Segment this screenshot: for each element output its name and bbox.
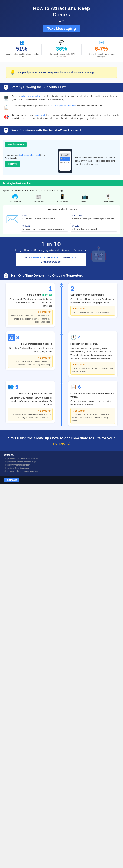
stat-number-36: 36% — [43, 45, 80, 52]
timeline-dot-2 — [60, 333, 63, 335]
sources-list: 1. https://www.nonprofitmarketingguide.c… — [3, 457, 120, 473]
sub-item-2: 📋 When hosting fundraising events, locat… — [3, 104, 120, 111]
step5-bonus-header: ★ BONUS TIP — [10, 409, 51, 413]
step6-bonus-header: ★ BONUS TIP — [72, 409, 113, 413]
robot-illustration: 🤖 — [90, 246, 107, 262]
quality-label-solution: SOLUTION — [72, 215, 116, 217]
v-timeline: 1 Send a simple Thank You Send a simple … — [3, 283, 120, 426]
step3-title: Let your subscribers meet you. — [8, 342, 52, 346]
step2-desc: Solicit donors without spamming. Send no… — [71, 298, 115, 304]
how-it-works-box: How it works? Donors send a text-to-give… — [3, 140, 120, 175]
step1-card: 1 Send a simple Thank You Send a simple … — [6, 283, 55, 327]
quality-text-value: of the charitable gift, qualified — [72, 228, 116, 230]
step4-bonus: ★ BONUS TIP The reminders should be sent… — [71, 362, 115, 375]
stat-36: 💬 36% is the click-through rate for SMS … — [42, 40, 81, 58]
sub-item-3: 🎯 Tie your campaign to a major event. Pu… — [3, 114, 120, 121]
cta-example: Text BREAKFAST to 45678 to donate $5 to … — [16, 253, 86, 266]
section2-title: Drive Donations with the Text-to-Give Ap… — [10, 128, 82, 132]
stat-desc-36: is the click-through rate for SMS messag… — [43, 53, 80, 58]
step2-card: 2 Solicit donors without spamming. Solic… — [68, 283, 117, 318]
step1-bonus-header: ★ BONUS TIP — [10, 311, 51, 314]
how-it-works-section: How it works? Donors send a text-to-give… — [0, 135, 123, 180]
message-contain-title: The message should contain: — [6, 208, 117, 211]
nonprofit-highlight: nonprofit! — [53, 441, 70, 445]
newsletter-icon: 📰 — [33, 194, 44, 200]
quality-text-visual: to support your message and drive engage… — [23, 228, 67, 230]
step4-card: 🕐 4 Respect your donors' time. Has the l… — [68, 332, 117, 377]
clock-icon: 🕐 — [71, 334, 77, 341]
section3-number: 3 — [3, 273, 8, 278]
how-step-2: They receive a link where they can make … — [75, 156, 118, 166]
timeline-row-3: 👥 5 Keep your supporters in the loop. Se… — [6, 381, 117, 426]
step1-bonus-text: Inside the Thank You text, include a lin… — [10, 314, 51, 323]
step1-num: 1 — [8, 285, 52, 292]
header-pretitle: How to Attract and Keep — [33, 6, 90, 11]
step5-desc: Send them SMS notifications with a link … — [8, 396, 52, 406]
sign-icon: 🪧 — [102, 194, 114, 200]
quality-visual: VISUAL to support your message and drive… — [21, 223, 68, 231]
widget-icon: 🖥️ — [3, 95, 10, 102]
stat-desc-51: of people visit nonprofit's site on a mo… — [3, 53, 40, 58]
section3-header: 3 Turn One-Time Donors Into Ongoing Supp… — [0, 271, 123, 280]
bulb-icon: 💡 — [9, 70, 16, 75]
step5-bonus: ★ BONUS TIP In the first text to a new d… — [8, 408, 52, 421]
channel-label-social: Social Media — [56, 200, 68, 203]
message-grid: ✉️ NEED should be short, clear and quant… — [6, 213, 117, 231]
quality-label-need: NEED — [23, 215, 67, 217]
donate-btn: DONATE — [5, 161, 20, 167]
source-4: 4. https://www.4agoodnature.org — [3, 467, 120, 470]
step1-left: 1 Send a simple Thank You Send a simple … — [6, 283, 58, 327]
step2-num: 2 — [71, 285, 115, 292]
message-qualities: NEED should be short, clear and quantita… — [21, 213, 117, 231]
step3-bonus-header: ★ BONUS TIP — [10, 356, 51, 360]
footer: TextMagic — [0, 476, 123, 484]
step2-right: 2 Solicit donors without spamming. Solic… — [65, 283, 117, 327]
step3-num: 3 — [16, 335, 19, 340]
website-icon: 🌐 — [9, 194, 21, 200]
sources-title: SOURCES: — [3, 454, 120, 456]
sub-item-1: 🖥️ Put up a widget on your website that … — [3, 95, 120, 102]
channel-label-website: Your Website — [9, 200, 21, 203]
arrow-icon: → — [51, 158, 55, 163]
quality-need: NEED should be short, clear and quantita… — [21, 213, 68, 221]
sources-section: SOURCES: 1. https://www.nonprofitmarketi… — [0, 451, 123, 476]
how-it-works-title: How it works? — [5, 142, 27, 147]
envelope-icon: ✉️ — [6, 213, 19, 225]
spacer-1 — [6, 329, 117, 332]
channel-label-newsletters: Newsletters — [33, 200, 44, 203]
phone-mockup: Hi! Here's your donation link 💳 Card Pay… — [58, 149, 72, 173]
people-icon: 👥 — [3, 40, 40, 45]
step4-bonus-text: The reminders should be sent at least 24… — [72, 367, 113, 373]
quality-label-value: VALUE — [72, 225, 116, 227]
step56-center — [58, 381, 65, 426]
channel-newsletters: 📰 Newsletters — [33, 194, 44, 203]
step4-bonus-header: ★ BONUS TIP — [72, 363, 113, 366]
step5-bonus-text: In the first text to a new donor, send a… — [10, 413, 51, 419]
step3-bonus-text: Incorporate a special offer into the tex… — [10, 360, 51, 366]
textmagic-logo[interactable]: TextMagic — [3, 478, 19, 482]
target-icon: 🎯 — [3, 114, 10, 121]
channel-website: 🌐 Your Website — [9, 194, 21, 203]
spacer-2 — [6, 378, 117, 381]
event-icon: 📋 — [3, 104, 10, 111]
best-practices-content: Spread the word about your text-to-give … — [0, 186, 123, 237]
step4-desc: Has the location of the upcoming event c… — [71, 347, 115, 361]
quality-label-visual: VISUAL — [23, 225, 67, 227]
cta-box: 1 in 10 kids go without breakfast every … — [0, 237, 123, 271]
cta-number: 1 in 10 — [41, 241, 61, 248]
stats-row: 👥 51% of people visit nonprofit's site o… — [0, 37, 123, 62]
channel-label-signs: On-site Signs — [102, 200, 114, 203]
channel-tv: 📺 Television — [81, 194, 89, 203]
source-1: 1. https://www.nonprofitmarketingguide.c… — [3, 457, 120, 460]
step6-bonus-text: Include an open-ended question (once in … — [72, 413, 113, 422]
sub-item-text-1: Put up a widget on your website that des… — [12, 95, 120, 101]
phone-screen: Hi! Here's your donation link 💳 Card Pay… — [59, 151, 71, 170]
tips-text: Simple tips to attract and keep new dono… — [18, 71, 96, 74]
spread-title: Spread the word about your text-to-give … — [3, 189, 120, 192]
source-2: 2. https://www.mobilecommons.com/blog/ — [3, 460, 120, 463]
stat-number-51: 51% — [3, 45, 40, 52]
channel-social: 📱 Social Media — [56, 194, 68, 203]
step1-bonus: ★ BONUS TIP Inside the Thank You text, i… — [8, 309, 52, 325]
step6-right: 📋 6 Let the donors know that their opini… — [65, 381, 117, 426]
step6-desc: Send out a survey to gauge reactions to … — [71, 400, 115, 406]
